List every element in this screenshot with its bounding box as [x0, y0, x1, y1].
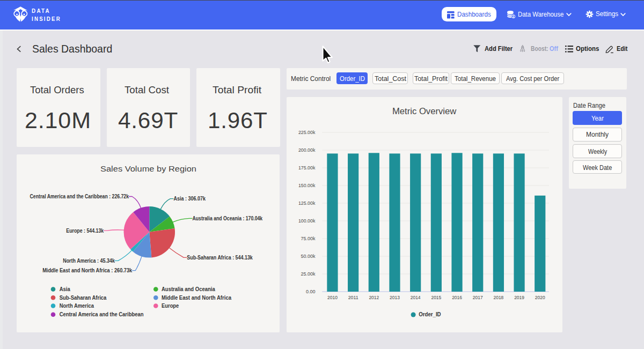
svg-text:Sub-Saharan Africa : 544.13k: Sub-Saharan Africa : 544.13k: [187, 254, 253, 260]
svg-text:75.00k: 75.00k: [301, 235, 315, 241]
svg-text:Sales Volume by Region: Sales Volume by Region: [100, 164, 196, 173]
svg-text:2010: 2010: [327, 294, 338, 300]
svg-text:100.00k: 100.00k: [298, 218, 316, 224]
svg-text:Asia : 306.07k: Asia : 306.07k: [173, 196, 206, 202]
svg-text:Central America and the Caribb: Central America and the Caribbean : 226.…: [30, 194, 129, 199]
svg-text:175.00k: 175.00k: [298, 165, 316, 170]
svg-text:0.00: 0.00: [306, 288, 316, 294]
svg-text:2014: 2014: [411, 294, 421, 300]
svg-text:North America : 45.34k: North America : 45.34k: [63, 257, 115, 263]
svg-text:2015: 2015: [431, 294, 441, 300]
svg-text:Metric Overview: Metric Overview: [392, 107, 457, 116]
svg-text:2018: 2018: [493, 294, 503, 300]
svg-text:2020: 2020: [535, 294, 545, 300]
svg-text:125.00k: 125.00k: [298, 200, 316, 206]
svg-text:25.00k: 25.00k: [301, 271, 315, 277]
svg-text:50.00k: 50.00k: [301, 253, 315, 259]
svg-text:2019: 2019: [514, 294, 524, 300]
svg-text:Australia and Oceania: Australia and Oceania: [162, 286, 215, 292]
svg-text:2011: 2011: [348, 294, 358, 300]
svg-text:Australia and Oceania : 170.04: Australia and Oceania : 170.04k: [193, 215, 263, 221]
svg-text:2017: 2017: [473, 294, 483, 300]
svg-text:Middle East and North Africa :: Middle East and North Africa : 260.73k: [42, 268, 132, 273]
svg-text:2016: 2016: [452, 294, 462, 300]
svg-text:North America: North America: [60, 303, 94, 309]
svg-text:150.00k: 150.00k: [298, 182, 316, 188]
svg-text:Europe: Europe: [162, 303, 179, 309]
svg-text:Europe : 544.13k: Europe : 544.13k: [66, 227, 104, 233]
svg-text:Sub-Saharan Africa: Sub-Saharan Africa: [60, 294, 107, 300]
svg-text:Central America and the Caribb: Central America and the Caribbean: [60, 311, 144, 317]
svg-text:Middle East and North Africa: Middle East and North Africa: [162, 294, 231, 300]
svg-text:200.00k: 200.00k: [298, 147, 316, 153]
svg-text:Asia: Asia: [60, 286, 70, 292]
svg-text:225.00k: 225.00k: [298, 129, 316, 135]
svg-text:2013: 2013: [390, 294, 400, 300]
svg-text:2012: 2012: [369, 294, 379, 300]
svg-text:Order_ID: Order_ID: [419, 311, 441, 317]
